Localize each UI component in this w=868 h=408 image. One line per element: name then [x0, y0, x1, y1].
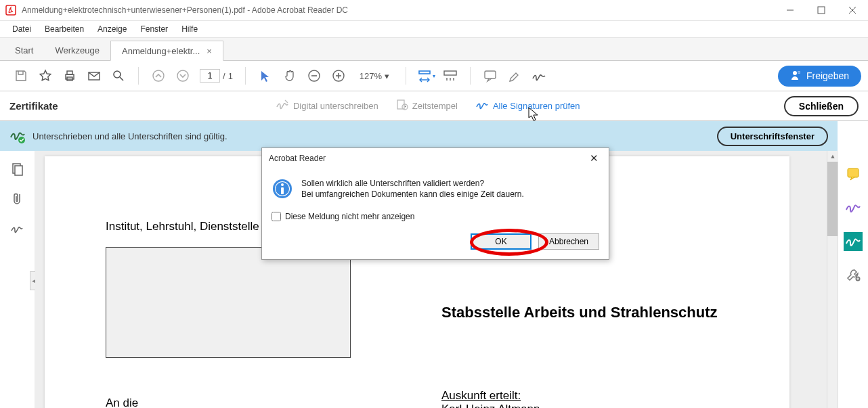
menu-help[interactable]: Hilfe [175, 21, 204, 37]
dont-show-again-label: Diese Meldung nicht mehr anzeigen [285, 212, 414, 221]
signature-panel-button[interactable]: Unterschriftsfenster [717, 127, 828, 146]
maximize-button[interactable] [806, 0, 837, 20]
svg-rect-19 [444, 71, 456, 75]
svg-point-11 [153, 70, 164, 81]
svg-rect-6 [67, 71, 72, 74]
page-total: 1 [228, 71, 233, 81]
thumbnails-icon[interactable] [10, 162, 25, 177]
sticky-note-icon[interactable] [844, 164, 863, 183]
digital-sign-action[interactable]: Digital unterschreiben [276, 99, 378, 113]
page-indicator: / 1 [200, 69, 233, 83]
dont-show-again-checkbox[interactable] [272, 212, 281, 221]
svg-rect-23 [485, 71, 496, 78]
addr-line1: An die [106, 396, 729, 408]
tab-start[interactable]: Start [4, 40, 44, 60]
read-mode-icon[interactable] [443, 68, 458, 83]
menu-file[interactable]: Datei [5, 21, 38, 37]
stabsstelle-title: Stabsstelle Arbeits und Strahlenschutz [441, 304, 718, 321]
certificates-bar: Zertifikate Digital unterschreiben Zeits… [0, 91, 868, 121]
share-label: Freigeben [806, 70, 849, 81]
signatures-panel-icon[interactable] [10, 221, 25, 236]
dialog-buttons: OK Abbrechen [272, 233, 599, 250]
svg-rect-18 [419, 71, 430, 74]
close-tab-icon[interactable]: × [207, 46, 212, 56]
toolbar-group-view: 127% ▾ [251, 68, 400, 83]
svg-point-12 [177, 70, 188, 81]
timestamp-label: Zeitstempel [412, 101, 458, 111]
save-icon[interactable] [14, 68, 28, 83]
page-down-icon[interactable] [175, 68, 190, 83]
scroll-up-icon[interactable]: ▲ [827, 151, 838, 162]
toolbar-group-nav: / 1 [144, 68, 240, 83]
zoom-out-icon[interactable] [307, 68, 322, 83]
toolbar-group-comment [476, 68, 553, 83]
dialog-body: Sollen wirklich alle Unterschriften vali… [262, 168, 609, 259]
page-number-input[interactable] [200, 69, 220, 83]
menu-edit[interactable]: Bearbeiten [38, 21, 91, 37]
menu-window[interactable]: Fenster [133, 21, 175, 37]
verify-all-action[interactable]: Alle Signaturen prüfen [475, 99, 580, 113]
attachments-icon[interactable] [10, 191, 25, 206]
tab-tools[interactable]: Werkzeuge [44, 40, 110, 60]
right-tool-panel [838, 151, 868, 408]
dialog-message: Sollen wirklich alle Unterschriften vali… [301, 178, 524, 200]
certificates-actions: Digital unterschreiben Zeitstempel Alle … [276, 99, 580, 113]
signature-field-box[interactable] [106, 247, 351, 358]
verify-all-label: Alle Signaturen prüfen [493, 101, 580, 111]
fit-width-icon[interactable]: ▾ [418, 68, 433, 83]
scroll-thumb[interactable] [827, 162, 838, 236]
cancel-button[interactable]: Abbrechen [538, 233, 599, 250]
timestamp-action[interactable]: Zeitstempel [396, 99, 458, 113]
certificates-tool-icon[interactable] [844, 232, 863, 251]
chevron-down-icon: ▾ [385, 71, 389, 81]
page-up-icon[interactable] [151, 68, 166, 83]
search-icon[interactable] [111, 68, 126, 83]
tab-document[interactable]: Anmeldung+elektr... × [110, 41, 223, 61]
page-right-column: Stabsstelle Arbeits und Strahlenschutz A… [441, 304, 718, 321]
pen-sign-icon [276, 99, 289, 113]
hand-icon[interactable] [282, 68, 297, 83]
highlight-icon[interactable] [507, 68, 522, 83]
svg-rect-2 [818, 7, 825, 14]
left-side-panel: ◀ [0, 151, 35, 408]
address-block: An die Stabsstelle [106, 396, 729, 408]
toolbar-group-layout: ▾ [412, 68, 464, 83]
dont-show-again-check[interactable]: Diese Meldung nicht mehr anzeigen [272, 212, 599, 221]
close-certificates-button[interactable]: Schließen [784, 96, 859, 116]
zoom-in-icon[interactable] [331, 68, 346, 83]
signature-icon[interactable] [531, 68, 546, 83]
svg-point-9 [114, 71, 121, 78]
digital-sign-label: Digital unterschreiben [293, 101, 378, 111]
mail-icon[interactable] [87, 68, 102, 83]
menu-bar: Datei Bearbeiten Anzeige Fenster Hilfe [0, 21, 868, 38]
signature-status-text: Unterschrieben und alle Unterschriften s… [32, 131, 717, 141]
signature-status-bar: Unterschrieben und alle Unterschriften s… [0, 121, 838, 151]
window-title: Anmeldung+elektrotechnisch+unterwiesener… [22, 5, 775, 15]
signature-valid-icon [9, 128, 26, 144]
ok-button[interactable]: OK [471, 233, 531, 250]
minimize-button[interactable] [775, 0, 806, 20]
share-button[interactable]: Freigeben [778, 66, 861, 87]
share-user-icon [790, 70, 801, 83]
auskunft-block: Auskunft erteilt: Karl-Heinz Altmann [441, 389, 540, 408]
print-icon[interactable] [62, 68, 77, 83]
zoom-selector[interactable]: 127% ▾ [355, 70, 393, 83]
sign-tool-icon[interactable] [844, 198, 863, 217]
more-tools-icon[interactable] [844, 266, 863, 285]
comment-icon[interactable] [483, 68, 498, 83]
star-icon[interactable] [38, 68, 53, 83]
svg-point-40 [281, 183, 284, 186]
close-window-button[interactable] [837, 0, 868, 20]
vertical-scrollbar[interactable]: ▲ ▼ [827, 151, 838, 408]
svg-rect-41 [281, 187, 284, 194]
svg-rect-33 [848, 168, 859, 177]
dialog-titlebar: Acrobat Reader ✕ [262, 148, 609, 168]
document-tabs: Start Werkzeuge Anmeldung+elektr... × [0, 38, 868, 61]
svg-line-10 [120, 77, 123, 81]
pointer-icon[interactable] [258, 68, 273, 83]
svg-rect-32 [15, 166, 22, 175]
auskunft-label: Auskunft erteilt: [441, 389, 521, 402]
menu-view[interactable]: Anzeige [91, 21, 133, 37]
tab-document-label: Anmeldung+elektr... [122, 46, 200, 56]
dialog-close-icon[interactable]: ✕ [586, 152, 602, 164]
